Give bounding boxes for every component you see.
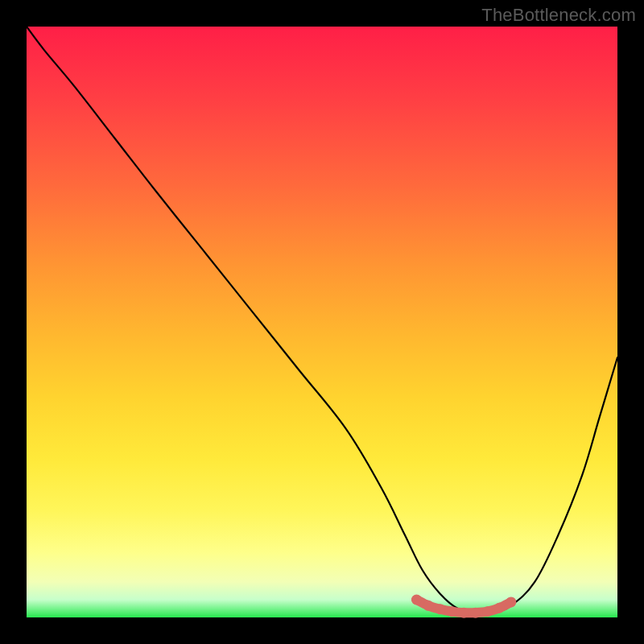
svg-point-8 — [506, 597, 516, 607]
svg-point-7 — [494, 603, 505, 613]
curve-layer — [27, 27, 617, 617]
bottom-marker-dots — [411, 594, 516, 617]
chart-frame: TheBottleneck.com — [0, 0, 644, 644]
svg-point-6 — [482, 606, 493, 617]
plot-area — [27, 27, 617, 617]
svg-point-5 — [470, 608, 481, 618]
svg-point-4 — [459, 608, 469, 618]
bottleneck-curve — [27, 27, 617, 613]
watermark-text: TheBottleneck.com — [481, 5, 636, 26]
svg-point-1 — [423, 601, 434, 611]
svg-point-2 — [435, 604, 445, 614]
svg-point-3 — [447, 606, 457, 617]
svg-point-0 — [411, 594, 422, 605]
